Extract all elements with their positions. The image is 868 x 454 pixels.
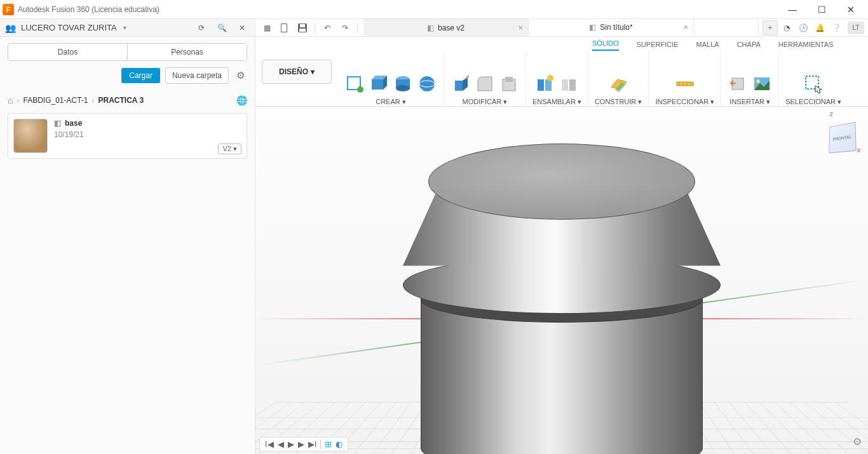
breadcrumb-sep: ›	[17, 96, 19, 105]
svg-rect-1	[281, 24, 287, 32]
svg-rect-19	[538, 79, 544, 91]
svg-rect-18	[505, 77, 513, 82]
close-tab-icon[interactable]: ×	[683, 22, 688, 32]
web-icon[interactable]: 🌐	[236, 95, 247, 105]
insert-image-icon[interactable]	[752, 74, 772, 94]
extensions-icon[interactable]: ◔	[779, 20, 794, 36]
search-button[interactable]: 🔍	[214, 20, 229, 36]
cylinder-icon[interactable]	[393, 74, 413, 94]
timeline-feature-sketch-icon[interactable]: ⊞	[325, 439, 332, 449]
grid-apps-icon[interactable]: ▦	[259, 20, 275, 36]
select-icon[interactable]	[803, 74, 824, 94]
panel-close-button[interactable]: ✕	[234, 20, 250, 36]
team-icon: 👥	[5, 23, 16, 33]
svg-point-34	[756, 79, 760, 83]
ribbon-tab-malla[interactable]: MALLA	[696, 41, 719, 51]
canvas-area: SÓLIDO SUPERFICIE MALLA CHAPA HERRAMIENT…	[255, 37, 868, 454]
ribbon-group-ensamblar: ENSAMBLAR ▾	[526, 50, 588, 106]
display-settings-icon[interactable]: ⚙	[853, 436, 862, 448]
box-icon[interactable]	[369, 74, 389, 94]
window-minimize-button[interactable]: —	[778, 0, 807, 19]
timeline-controls: I◀ ◀ ▶ ▶ ▶I ⊞ ◐	[259, 437, 348, 451]
ribbon-group-insertar: INSERTAR ▾	[721, 50, 779, 106]
new-folder-button[interactable]: Nueva carpeta	[165, 67, 229, 84]
help-icon[interactable]: ❔	[829, 20, 844, 36]
new-document-button[interactable]: ＋	[763, 20, 778, 36]
svg-rect-23	[569, 79, 576, 91]
gear-icon[interactable]: ⚙	[234, 70, 247, 81]
timeline-feature-revolve-icon[interactable]: ◐	[336, 439, 342, 449]
upload-button[interactable]: Cargar	[121, 68, 160, 83]
home-icon[interactable]: ⌂	[8, 95, 13, 105]
ribbon-group-label[interactable]: SELECCIONAR ▾	[785, 98, 841, 106]
svg-rect-4	[299, 29, 306, 32]
sketch-icon[interactable]	[344, 74, 365, 94]
design-item[interactable]: ◧base 10/19/21 V2 ▾	[8, 113, 247, 159]
svg-point-13	[419, 76, 435, 91]
joint-icon[interactable]	[534, 74, 555, 94]
notifications-icon[interactable]: 🔔	[812, 20, 827, 36]
plane-icon[interactable]	[608, 74, 628, 94]
window-maximize-button[interactable]: ☐	[807, 0, 836, 19]
ribbon-tab-solido[interactable]: SÓLIDO	[592, 39, 619, 51]
ribbon-group-label[interactable]: CREAR ▾	[376, 98, 406, 106]
window-close-button[interactable]: ✕	[836, 0, 865, 19]
app-logo-icon: F	[3, 4, 14, 15]
svg-rect-7	[372, 79, 383, 90]
viewport[interactable]: z FRONTAL x ⚙ I◀ ◀ ▶ ▶ ▶I ⊞ ◐	[255, 107, 868, 454]
timeline-prev-icon[interactable]: ◀	[278, 439, 284, 449]
ribbon-tab-superficie[interactable]: SUPERFICIE	[637, 41, 679, 51]
file-menu-button[interactable]	[277, 20, 292, 36]
user-avatar[interactable]: LT	[848, 22, 864, 34]
tab-datos[interactable]: Datos	[8, 44, 128, 60]
tab-personas[interactable]: Personas	[128, 44, 247, 60]
ribbon-group-label[interactable]: MODIFICAR ▾	[463, 98, 508, 106]
ribbon-tab-herramientas[interactable]: HERRAMIENTAS	[778, 41, 834, 51]
ribbon-group-seleccionar: SELECCIONAR ▾	[779, 50, 848, 106]
top-toolbar-row: 👥 LUCERO TOVAR ZURITA ▾ ⟳ 🔍 ✕ ▦ ↶ ↷ ◧ ba…	[0, 19, 868, 37]
version-badge[interactable]: V2 ▾	[218, 144, 241, 154]
workspace-switcher[interactable]: DISEÑO▾	[262, 60, 332, 84]
measure-icon[interactable]	[675, 74, 695, 94]
chevron-down-icon[interactable]: ▾	[123, 24, 126, 31]
ribbon-group-label[interactable]: CONSTRUIR ▾	[595, 98, 642, 106]
design-meta: ◧base 10/19/21	[54, 119, 84, 153]
document-tab-untitled[interactable]: ◧ Sin título* ×	[529, 19, 694, 36]
svg-rect-22	[562, 79, 568, 91]
design-thumbnail	[13, 119, 48, 153]
data-panel-tabs: Datos Personas	[8, 43, 247, 61]
close-tab-icon[interactable]: ×	[518, 23, 523, 32]
ribbon-tab-chapa[interactable]: CHAPA	[737, 41, 761, 51]
timeline-end-icon[interactable]: ▶I	[308, 439, 317, 449]
sphere-icon[interactable]	[417, 74, 437, 94]
job-status-icon[interactable]: 🕒	[796, 20, 811, 36]
document-tab-base[interactable]: ◧ base v2 ×	[363, 19, 529, 36]
asbuilt-joint-icon[interactable]	[559, 74, 579, 94]
fillet-icon[interactable]	[475, 74, 495, 94]
data-panel-header: 👥 LUCERO TOVAR ZURITA ▾ ⟳ 🔍 ✕	[0, 19, 255, 36]
ribbon-group-label[interactable]: INSERTAR ▾	[729, 98, 770, 106]
user-name[interactable]: LUCERO TOVAR ZURITA	[21, 23, 117, 32]
ribbon-group-label[interactable]: INSPECCIONAR ▾	[655, 98, 714, 106]
model-3d[interactable]	[397, 137, 727, 454]
viewcube[interactable]: z FRONTAL x	[817, 113, 857, 152]
presspull-icon[interactable]	[451, 74, 471, 94]
timeline-next-icon[interactable]: ▶	[298, 439, 304, 449]
window-title: Autodesk Fusion 360 (Licencia educativa)	[18, 5, 159, 14]
svg-point-6	[357, 86, 363, 93]
insert-derive-icon[interactable]	[728, 74, 748, 94]
ribbon-group-label[interactable]: ENSAMBLAR ▾	[532, 98, 581, 106]
breadcrumb-project[interactable]: FABDIG_01-ACT-1	[23, 96, 88, 105]
timeline-play-icon[interactable]: ▶	[288, 439, 294, 449]
shell-icon[interactable]	[499, 74, 519, 94]
ribbon-group-modificar: MODIFICAR ▾	[444, 50, 526, 106]
svg-point-12	[396, 85, 410, 91]
refresh-button[interactable]: ⟳	[194, 20, 209, 36]
save-button[interactable]	[295, 20, 310, 36]
breadcrumb-sep: ›	[92, 96, 95, 105]
timeline-start-icon[interactable]: I◀	[265, 439, 274, 449]
component-icon: ◧	[589, 23, 596, 32]
viewcube-face[interactable]: FRONTAL	[829, 122, 857, 154]
undo-button[interactable]: ↶	[320, 20, 335, 36]
redo-button[interactable]: ↷	[337, 20, 353, 36]
